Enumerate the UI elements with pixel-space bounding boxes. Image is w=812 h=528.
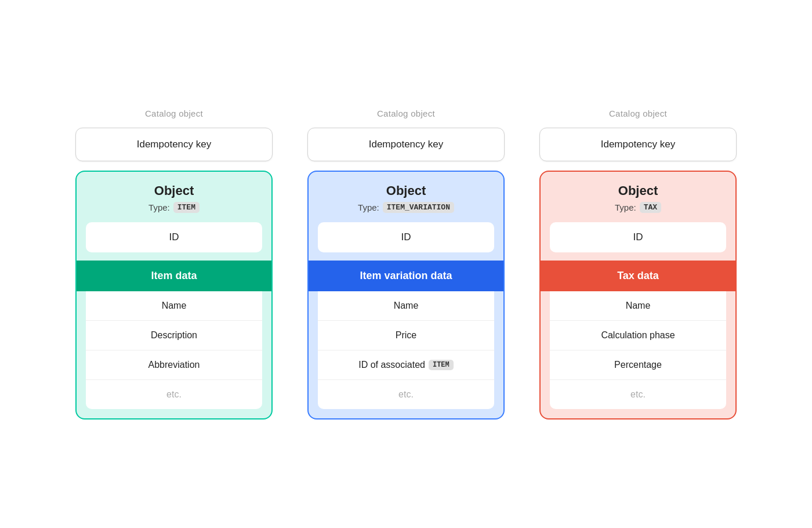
data-rows: NamePriceID of associatedITEMetc.	[318, 291, 494, 409]
type-badge: ITEM	[173, 202, 200, 213]
catalog-label: Catalog object	[377, 109, 435, 118]
object-header: ObjectType:ITEM	[77, 172, 271, 222]
object-title: Object	[88, 183, 260, 198]
inline-badge: ITEM	[429, 360, 454, 370]
id-box: ID	[550, 222, 726, 252]
catalog-label: Catalog object	[609, 109, 667, 118]
row-text: Description	[151, 330, 197, 341]
object-title: Object	[320, 183, 492, 198]
object-header: ObjectType:ITEM_VARIATION	[309, 172, 503, 222]
row-text: Name	[394, 301, 419, 311]
type-label: Type:	[615, 202, 636, 212]
object-title: Object	[552, 183, 724, 198]
catalog-label: Catalog object	[145, 109, 203, 118]
variation-column: Catalog objectIdempotency keyObjectType:…	[307, 109, 505, 419]
row-text: Calculation phase	[601, 330, 675, 341]
data-row: Price	[318, 321, 494, 350]
data-row-etc: etc.	[550, 380, 726, 409]
object-type-line: Type:TAX	[552, 202, 724, 213]
page-container: Catalog objectIdempotency keyObjectType:…	[0, 85, 812, 443]
row-text: Price	[396, 330, 416, 341]
type-badge: ITEM_VARIATION	[383, 202, 454, 213]
data-row: Percentage	[550, 350, 726, 380]
data-row-etc: etc.	[318, 380, 494, 409]
row-text: Name	[626, 301, 651, 311]
row-text: etc.	[398, 389, 414, 400]
object-header: ObjectType:TAX	[541, 172, 735, 222]
idempotency-key-box: Idempotency key	[539, 128, 737, 161]
data-row: Abbreviation	[86, 350, 262, 380]
data-row: Name	[318, 291, 494, 321]
object-card-tax: ObjectType:TAXIDTax dataNameCalculation …	[539, 171, 737, 419]
data-row: Name	[550, 291, 726, 321]
object-card-variation: ObjectType:ITEM_VARIATIONIDItem variatio…	[307, 171, 505, 419]
idempotency-key-box: Idempotency key	[75, 128, 273, 161]
data-row-etc: etc.	[86, 380, 262, 409]
type-label: Type:	[358, 202, 379, 212]
object-type-line: Type:ITEM	[88, 202, 260, 213]
id-box: ID	[86, 222, 262, 252]
row-text: ID of associated	[358, 360, 425, 370]
object-card-item: ObjectType:ITEMIDItem dataNameDescriptio…	[75, 171, 273, 419]
data-row: ID of associatedITEM	[318, 350, 494, 380]
item-column: Catalog objectIdempotency keyObjectType:…	[75, 109, 273, 419]
data-section-header: Item variation data	[309, 261, 503, 291]
object-type-line: Type:ITEM_VARIATION	[320, 202, 492, 213]
data-rows: NameDescriptionAbbreviationetc.	[86, 291, 262, 409]
row-text: etc.	[166, 389, 182, 400]
row-text: Name	[162, 301, 187, 311]
row-text: etc.	[630, 389, 646, 400]
data-row: Description	[86, 321, 262, 350]
type-badge: TAX	[640, 202, 661, 213]
data-row: Calculation phase	[550, 321, 726, 350]
data-row: Name	[86, 291, 262, 321]
row-text: Percentage	[614, 360, 662, 370]
type-label: Type:	[148, 202, 170, 212]
row-text: Abbreviation	[148, 360, 200, 370]
data-rows: NameCalculation phasePercentageetc.	[550, 291, 726, 409]
id-box: ID	[318, 222, 494, 252]
idempotency-key-box: Idempotency key	[307, 128, 505, 161]
data-section-header: Tax data	[541, 261, 735, 291]
data-section-header: Item data	[77, 261, 271, 291]
tax-column: Catalog objectIdempotency keyObjectType:…	[539, 109, 737, 419]
